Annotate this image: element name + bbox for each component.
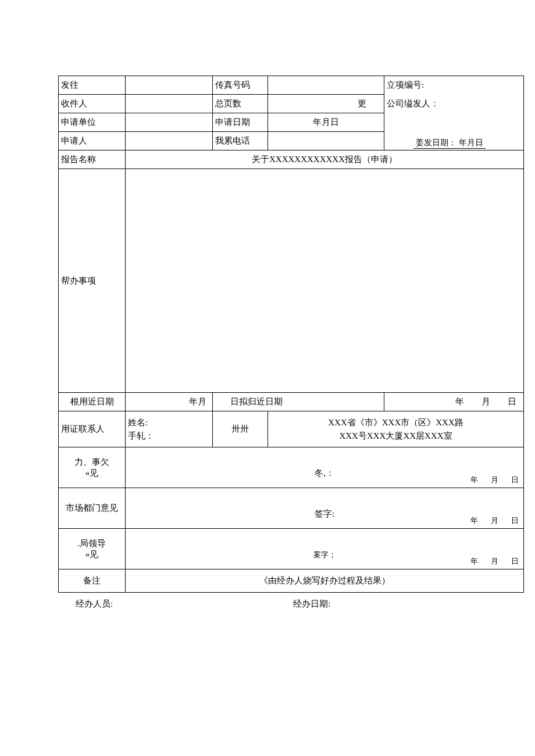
value-remark: 《由经办人烧写好办过程及结果） (126, 569, 524, 593)
value-applicant[interactable] (126, 132, 213, 151)
label-pages: 总页数 (213, 95, 268, 113)
value-applydate: 年月日 (268, 113, 384, 132)
label-opinion1: 力、事欠 «见 (59, 447, 126, 488)
label-sendto: 发往 (59, 76, 126, 95)
value-reportname: 关于XXXXXXXXXXXX报告（申请） (126, 151, 524, 169)
label-opinion2: 市场都门意见 (59, 488, 126, 529)
contact-middle: 卅卅 (213, 411, 268, 447)
row-matters: 帮办事项 (59, 169, 524, 393)
addr-line1: XXX省《市》XXX市（区》XXX路 (270, 416, 521, 429)
label-applyunit: 申请单位 (59, 113, 126, 132)
opinion1-date: 年月日 (458, 475, 519, 485)
value-applyunit[interactable] (126, 113, 213, 132)
row-loandate: 根用近日期 年月 日拟归近日期 年月日 (59, 393, 524, 411)
contact-address: XXX省《市》XXX市（区》XXX路 XXX号XXX大厦XX层XXX室 (268, 411, 524, 447)
value-sendto[interactable] (126, 76, 213, 95)
label-reportname: 报告名称 (59, 151, 126, 169)
value-matters[interactable] (126, 169, 524, 393)
row-applyunit: 申请单位 申请日期 年月日 姜发日期： 年月日 (59, 113, 524, 132)
row-sendto: 发往 传真号码 立项编号: (59, 76, 524, 95)
row-remark: 备注 《由经办人烧写好办过程及结果） (59, 569, 524, 593)
label-phone: 我累电话 (213, 132, 268, 151)
label-applicant: 申请人 (59, 132, 126, 151)
footer: 经办人员: 经办日期: (58, 599, 477, 610)
cell-issuedate: 姜发日期： 年月日 (384, 113, 524, 151)
value-opinion1[interactable]: 冬,： 年月日 (126, 447, 524, 488)
contact-names: 姓名: 手轧： (126, 411, 213, 447)
footer-handler: 经办人员: (76, 599, 113, 610)
issue-date-text: 姜发日期： 年月日 (413, 138, 486, 149)
label-recipient: 收件人 (59, 95, 126, 113)
opinion3-date: 年月日 (458, 556, 519, 567)
footer-date: 经办日期: (293, 599, 330, 610)
form-table: 发往 传真号码 立项编号: 收件人 总页数 更 公司缢发人： 申请单位 申请日期… (58, 76, 524, 593)
value-returndate: 年月日 (384, 393, 524, 411)
addr-line2: XXX号XXX大厦XX层XXX室 (270, 429, 521, 443)
row-opinion1: 力、事欠 «见 冬,： 年月日 (59, 447, 524, 488)
value-opinion3[interactable]: 案字； 年月日 (126, 529, 524, 569)
label-remark: 备注 (59, 569, 126, 593)
label-contact: 用证联系人 (59, 411, 126, 447)
value-phone[interactable] (268, 132, 384, 151)
value-fax[interactable] (268, 76, 384, 95)
contact-hand-label: 手轧： (128, 429, 210, 443)
row-reportname: 报告名称 关于XXXXXXXXXXXX报告（申请） (59, 151, 524, 169)
row-opinion2: 市场都门意见 签字: 年月日 (59, 488, 524, 529)
row-recipient: 收件人 总页数 更 公司缢发人： (59, 95, 524, 113)
row-opinion3: .局领导 «见 案字； 年月日 (59, 529, 524, 569)
label-issuer: 公司缢发人： (384, 95, 524, 113)
row-contact: 用证联系人 姓名: 手轧： 卅卅 XXX省《市》XXX市（区》XXX路 XXX号… (59, 411, 524, 447)
label-opinion3: .局领导 «见 (59, 529, 126, 569)
label-borrowdate: 根用近日期 (59, 393, 126, 411)
opinion2-date: 年月日 (458, 515, 519, 526)
label-applydate: 申请日期 (213, 113, 268, 132)
value-pages: 更 (268, 95, 384, 113)
label-returndate: 日拟归近日期 (213, 393, 384, 411)
value-recipient[interactable] (126, 95, 213, 113)
label-projectno: 立项编号: (384, 76, 524, 95)
label-fax: 传真号码 (213, 76, 268, 95)
label-matters: 帮办事项 (59, 169, 126, 393)
contact-name-label: 姓名: (128, 416, 210, 429)
value-ym: 年月 (126, 393, 213, 411)
value-opinion2[interactable]: 签字: 年月日 (126, 488, 524, 529)
